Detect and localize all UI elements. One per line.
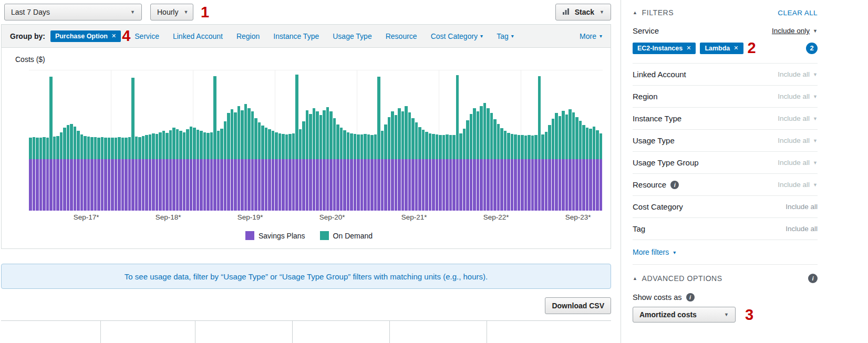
bar-hour[interactable]: [493, 70, 497, 211]
bar-hour[interactable]: [186, 70, 189, 211]
bar-hour[interactable]: [145, 70, 148, 211]
bar-hour[interactable]: [166, 70, 169, 211]
bar-hour[interactable]: [456, 70, 459, 211]
bar-hour[interactable]: [552, 70, 555, 211]
bar-hour[interactable]: [115, 70, 118, 211]
bar-hour[interactable]: [473, 70, 476, 211]
group-by-link-linked-account[interactable]: Linked Account: [173, 32, 223, 40]
bar-hour[interactable]: [206, 70, 210, 211]
bar-hour[interactable]: [565, 70, 569, 211]
bar-hour[interactable]: [463, 70, 466, 211]
bar-hour[interactable]: [90, 70, 94, 211]
bar-hour[interactable]: [292, 70, 295, 211]
bar-hour[interactable]: [370, 70, 374, 211]
bar-hour[interactable]: [67, 70, 70, 211]
bar-hour[interactable]: [357, 70, 360, 211]
bar-hour[interactable]: [197, 70, 200, 211]
bar-hour[interactable]: [152, 70, 155, 211]
service-filter-tag-lambda[interactable]: Lambda✕: [700, 43, 743, 54]
bar-hour[interactable]: [395, 70, 398, 211]
bar-hour[interactable]: [80, 70, 84, 211]
group-by-link-region[interactable]: Region: [236, 32, 260, 40]
bar-hour[interactable]: [203, 70, 206, 211]
bar-hour[interactable]: [210, 70, 213, 211]
filter-value-dropdown[interactable]: Include all▼: [778, 115, 818, 122]
clear-all-link[interactable]: CLEAR ALL: [778, 9, 818, 17]
bar-hour[interactable]: [74, 70, 77, 211]
filter-value-dropdown[interactable]: Include all▼: [778, 92, 818, 100]
bar-hour[interactable]: [477, 70, 480, 211]
bar-hour[interactable]: [446, 70, 449, 211]
bar-hour[interactable]: [429, 70, 432, 211]
bar-hour[interactable]: [531, 70, 534, 211]
bar-hour[interactable]: [87, 70, 90, 211]
bar-hour[interactable]: [559, 70, 562, 211]
bar-hour[interactable]: [309, 70, 312, 211]
bar-hour[interactable]: [524, 70, 528, 211]
bar-hour[interactable]: [459, 70, 462, 211]
bar-hour[interactable]: [162, 70, 166, 211]
group-by-link-service[interactable]: Service: [135, 32, 159, 40]
granularity-dropdown[interactable]: Hourly ▼: [150, 4, 193, 20]
filters-section-toggle[interactable]: ▲ FILTERS: [633, 8, 674, 17]
bar-hour[interactable]: [179, 70, 182, 211]
bar-hour[interactable]: [589, 70, 592, 211]
bar-hour[interactable]: [541, 70, 544, 211]
service-filter-tag-ec2-instances[interactable]: EC2-Instances✕: [633, 43, 696, 54]
bar-hour[interactable]: [548, 70, 551, 211]
bar-hour[interactable]: [562, 70, 565, 211]
bar-hour[interactable]: [268, 70, 271, 211]
bar-hour[interactable]: [329, 70, 333, 211]
bar-hour[interactable]: [408, 70, 411, 211]
bar-hour[interactable]: [49, 70, 53, 211]
bar-hour[interactable]: [135, 70, 138, 211]
bar-hour[interactable]: [104, 70, 107, 211]
remove-tag-icon[interactable]: ✕: [686, 45, 691, 51]
bar-hour[interactable]: [340, 70, 343, 211]
info-icon[interactable]: i: [670, 181, 679, 189]
bar-hour[interactable]: [391, 70, 394, 211]
bar-hour[interactable]: [149, 70, 152, 211]
bar-hour[interactable]: [224, 70, 227, 211]
bar-hour[interactable]: [316, 70, 319, 211]
bar-hour[interactable]: [354, 70, 357, 211]
bar-hour[interactable]: [241, 70, 244, 211]
bar-hour[interactable]: [156, 70, 159, 211]
bar-hour[interactable]: [94, 70, 97, 211]
bar-hour[interactable]: [121, 70, 125, 211]
bar-hour[interactable]: [43, 70, 46, 211]
bar-hour[interactable]: [313, 70, 316, 211]
group-by-link-usage-type[interactable]: Usage Type: [333, 32, 371, 40]
bar-hour[interactable]: [285, 70, 288, 211]
bar-hour[interactable]: [483, 70, 487, 211]
bar-hour[interactable]: [504, 70, 507, 211]
bar-hour[interactable]: [227, 70, 230, 211]
bar-hour[interactable]: [377, 70, 380, 211]
bar-hour[interactable]: [118, 70, 121, 211]
bar-hour[interactable]: [487, 70, 490, 211]
bar-hour[interactable]: [480, 70, 483, 211]
bar-hour[interactable]: [302, 70, 305, 211]
bar-hour[interactable]: [111, 70, 114, 211]
bar-hour[interactable]: [600, 70, 603, 211]
bar-hour[interactable]: [265, 70, 268, 211]
filter-value-dropdown[interactable]: Include all▼: [778, 70, 818, 78]
bar-hour[interactable]: [53, 70, 56, 211]
bar-hour[interactable]: [586, 70, 589, 211]
bar-hour[interactable]: [213, 70, 216, 211]
bar-hour[interactable]: [528, 70, 531, 211]
bar-hour[interactable]: [159, 70, 162, 211]
filter-value-dropdown[interactable]: Include all▼: [778, 159, 818, 167]
bar-hour[interactable]: [582, 70, 585, 211]
bar-hour[interactable]: [247, 70, 251, 211]
bar-hour[interactable]: [29, 70, 32, 211]
bar-hour[interactable]: [33, 70, 36, 211]
bar-hour[interactable]: [220, 70, 223, 211]
chart-type-dropdown[interactable]: Stack ▼: [555, 4, 611, 20]
bar-hour[interactable]: [108, 70, 111, 211]
group-by-tag-purchase-option[interactable]: Purchase Option ✕: [50, 30, 121, 42]
bar-hour[interactable]: [125, 70, 128, 211]
bar-hour[interactable]: [333, 70, 336, 211]
info-icon[interactable]: i: [808, 274, 818, 283]
bar-hour[interactable]: [425, 70, 428, 211]
